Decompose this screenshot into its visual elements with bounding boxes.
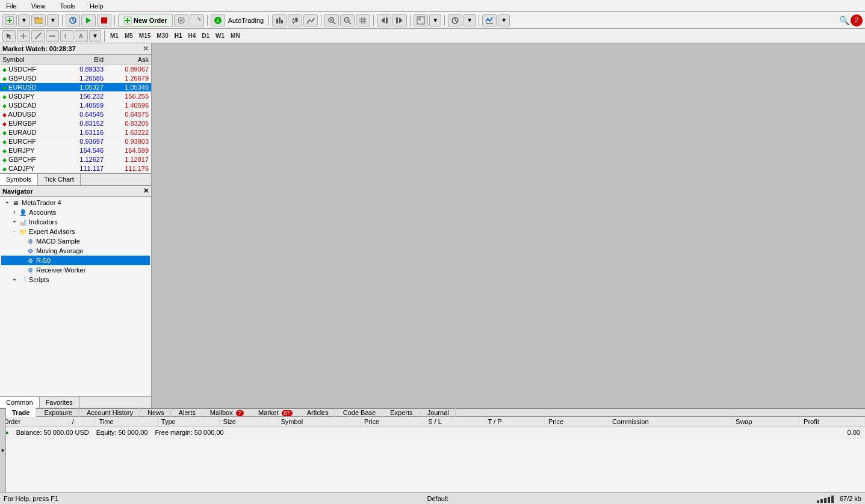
autotrading-button[interactable]: A	[211, 14, 225, 26]
tree-label-scripts: Scripts	[29, 276, 49, 283]
tree-macd[interactable]: ⚙ MACD Sample	[1, 236, 150, 246]
expand-scripts[interactable]: +	[11, 277, 18, 283]
market-row[interactable]: ◆ EURUSD 1.05327 1.05346	[0, 83, 151, 92]
expand-accounts[interactable]: +	[11, 209, 18, 215]
new-button[interactable]	[2, 14, 17, 26]
bar3	[824, 498, 826, 503]
market-bid: 111.117	[61, 164, 106, 173]
market-row[interactable]: ◆ EURCHF 0.93697 0.93803	[0, 137, 151, 146]
expand-indicators[interactable]: +	[11, 219, 18, 225]
tree-moving-avg[interactable]: ⚙ Moving Average	[1, 246, 150, 256]
experts-btn[interactable]	[66, 14, 80, 26]
template-btn[interactable]	[414, 14, 428, 26]
menu-help[interactable]: Help	[86, 1, 107, 11]
tf-m5[interactable]: M5	[122, 31, 135, 40]
th-symbol: Symbol	[277, 417, 361, 427]
tf-m15[interactable]: M15	[137, 31, 153, 40]
chart-close-btn[interactable]	[174, 14, 188, 26]
market-row[interactable]: ◆ USDJPY 156.232 156.255	[0, 92, 151, 101]
autotrading-label[interactable]: AutoTrading	[228, 17, 264, 24]
market-tab-symbols[interactable]: Symbols	[0, 174, 38, 185]
compile-btn[interactable]	[81, 14, 96, 26]
new-dropdown[interactable]: ▼	[18, 14, 30, 26]
market-row[interactable]: ◆ USDCAD 1.40559 1.40596	[0, 101, 151, 110]
tree-receiver[interactable]: ⚙ Receiver-Worker	[1, 265, 150, 275]
indicators-dropdown[interactable]: ▼	[498, 14, 510, 26]
chart-candle-btn[interactable]	[288, 14, 302, 26]
grid-btn[interactable]	[356, 14, 370, 26]
ea-folder-icon: 📁	[18, 227, 28, 236]
tree-accounts[interactable]: + 👤 Accounts	[1, 207, 150, 217]
search-button[interactable]: 🔍	[839, 16, 849, 25]
sep9	[479, 15, 479, 26]
tf-d1[interactable]: D1	[199, 31, 212, 40]
template-dropdown[interactable]: ▼	[429, 14, 441, 26]
menu-tools[interactable]: Tools	[56, 1, 79, 11]
new-order-button[interactable]: New Order	[118, 14, 173, 27]
chart-shift-btn[interactable]	[377, 14, 391, 26]
hline-btn[interactable]	[46, 30, 59, 42]
tree-scripts[interactable]: + 📄 Scripts	[1, 275, 150, 284]
tf-w1[interactable]: W1	[213, 31, 227, 40]
r50-icon: ⚙	[25, 256, 35, 265]
status-help: For Help, press F1	[4, 495, 58, 502]
status-size: 67/2 kb	[840, 495, 861, 502]
sep6	[373, 15, 374, 26]
period-btn[interactable]	[448, 14, 462, 26]
market-row[interactable]: ◆ GBPUSD 1.26585 1.26679	[0, 74, 151, 83]
tf-m1[interactable]: M1	[108, 31, 121, 40]
tree-expert-advisors[interactable]: - 📁 Expert Advisors	[1, 227, 150, 236]
tree-r50[interactable]: ⚙ R-50	[1, 256, 150, 265]
objects-dropdown[interactable]: ▼	[89, 30, 101, 42]
nav-tab-common[interactable]: Common	[0, 397, 40, 408]
th-tp: T / P	[484, 417, 544, 427]
navigator-header[interactable]: Navigator ✕	[0, 186, 151, 197]
market-tab-tick[interactable]: Tick Chart	[38, 174, 81, 185]
tree-metatrader4[interactable]: + 🖥 MetaTrader 4	[1, 198, 150, 207]
market-row[interactable]: ◆ GBPCHF 1.12627 1.12817	[0, 155, 151, 164]
market-watch-header[interactable]: Market Watch: 00:28:37 ✕	[0, 43, 151, 55]
crosshair-btn[interactable]	[17, 30, 30, 42]
refresh-btn[interactable]	[190, 14, 204, 26]
menu-view[interactable]: View	[28, 1, 49, 11]
chart-auto-btn[interactable]	[392, 14, 407, 26]
sep3	[207, 15, 208, 26]
svg-rect-19	[276, 19, 278, 23]
market-watch-close[interactable]: ✕	[143, 45, 149, 53]
tree-indicators[interactable]: + 📊 Indicators	[1, 217, 150, 227]
zoom-in-btn[interactable]	[324, 14, 339, 26]
expand-metatrader4[interactable]: +	[4, 200, 11, 206]
navigator-close[interactable]: ✕	[143, 187, 149, 195]
market-row[interactable]: ◆ AUDUSD 0.64545 0.64575	[0, 110, 151, 119]
market-row[interactable]: ◆ CADJPY 111.117 111.176	[0, 164, 151, 173]
cursor-btn[interactable]	[2, 30, 16, 42]
tree-label-ea: Expert Advisors	[29, 228, 75, 235]
line-draw-btn[interactable]	[31, 30, 45, 42]
chart-bar-btn[interactable]	[272, 14, 287, 26]
chart-line-btn[interactable]	[303, 14, 318, 26]
stop-btn[interactable]	[97, 14, 111, 26]
tf-h4[interactable]: H4	[186, 31, 199, 40]
chart-indicators-btn[interactable]	[482, 14, 497, 26]
market-watch-tabs: Symbols Tick Chart	[0, 173, 151, 185]
expand-ea[interactable]: -	[11, 229, 18, 235]
tf-h1[interactable]: H1	[172, 31, 185, 40]
zoom-out-btn[interactable]	[340, 14, 355, 26]
terminal-side-btn[interactable]: ▼	[0, 409, 6, 492]
market-row[interactable]: ◆ EURAUD 1.63116 1.63222	[0, 128, 151, 137]
tf-mn[interactable]: MN	[228, 31, 243, 40]
bar5	[831, 496, 834, 503]
market-row[interactable]: ◆ EURJPY 164.546 164.599	[0, 146, 151, 155]
text-btn[interactable]: A	[75, 30, 88, 42]
notification-badge[interactable]: 2	[851, 14, 863, 26]
tf-m30[interactable]: M30	[154, 31, 170, 40]
period-dropdown[interactable]: ▼	[464, 14, 476, 26]
menu-file[interactable]: File	[2, 1, 20, 11]
nav-tab-favorites[interactable]: Favorites	[40, 397, 79, 408]
chart-area[interactable]	[152, 43, 865, 408]
fib-btn[interactable]: f	[60, 30, 73, 42]
open-dropdown[interactable]: ▼	[47, 14, 59, 26]
market-row[interactable]: ◆ USDCHF 0.89333 0.89067	[0, 65, 151, 74]
market-row[interactable]: ◆ EURGBP 0.83152 0.83205	[0, 119, 151, 128]
open-button[interactable]	[31, 14, 46, 26]
